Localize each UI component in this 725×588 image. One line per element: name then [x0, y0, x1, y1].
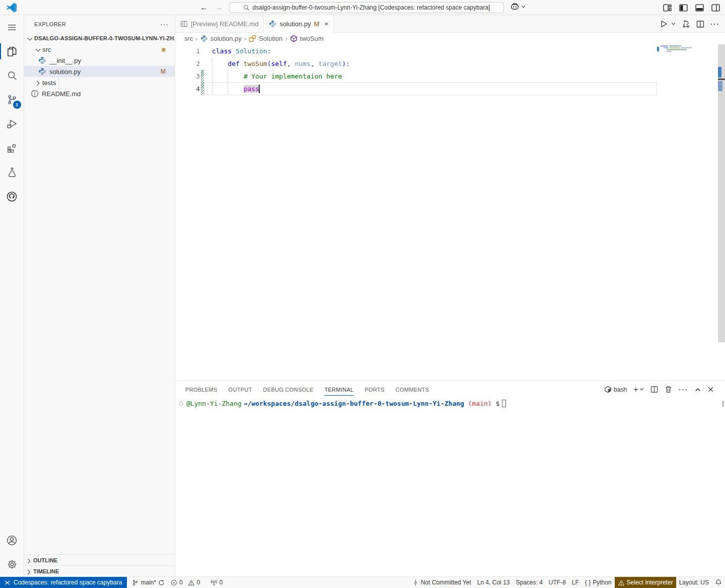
tab-bar: [Preview] README.md solution.py M × ··· [175, 15, 725, 33]
explorer-view-icon[interactable] [0, 39, 24, 63]
outline-label: OUTLINE [33, 557, 57, 563]
run-dropdown-chevron-icon[interactable] [671, 22, 676, 26]
file-label: solution.py [49, 68, 81, 76]
kill-terminal-icon[interactable] [665, 386, 672, 393]
eol-item[interactable]: LF [569, 577, 582, 588]
select-interpreter-item[interactable]: Select Interpreter [615, 577, 676, 588]
source-control-view-icon[interactable]: 1 [0, 88, 24, 112]
run-or-debug-icon[interactable] [682, 20, 690, 28]
indentation-item[interactable]: Spaces: 4 [513, 577, 545, 588]
run-debug-view-icon[interactable] [0, 112, 24, 136]
close-tab-icon[interactable]: × [324, 20, 328, 28]
panel-tab-output[interactable]: OUTPUT [229, 381, 252, 398]
shell-label: bash [614, 386, 627, 393]
panel-more-actions-icon[interactable]: ··· [679, 386, 688, 393]
scm-changes-badge: 1 [13, 101, 21, 109]
panel-tab-comments[interactable]: COMMENTS [396, 381, 429, 398]
cursor-position-item[interactable]: Ln 4, Col 13 [474, 577, 513, 588]
line-number: 3 [175, 72, 200, 80]
terminal-command-decoration[interactable] [179, 402, 183, 406]
breadcrumb-class[interactable]: Solution [259, 35, 282, 42]
language-mode-item[interactable]: { } Python [582, 577, 615, 588]
outline-section-header[interactable]: OUTLINE [24, 554, 175, 565]
line-number: 2 [175, 60, 200, 67]
layout-item[interactable]: Layout: US [676, 577, 712, 588]
panel-tab-debug-console[interactable]: DEBUG CONSOLE [263, 381, 314, 398]
split-editor-icon[interactable] [696, 20, 704, 28]
terminal-shell-selector[interactable]: bash [604, 386, 627, 393]
remote-icon [4, 579, 11, 586]
run-python-file-button[interactable] [660, 20, 668, 28]
split-terminal-icon[interactable] [650, 386, 658, 393]
command-center-search[interactable]: dsalgo-assign-buffer-0-twosum-Lynn-Yi-Zh… [229, 2, 504, 13]
toggle-panel-button[interactable] [694, 2, 705, 13]
copilot-menu-button[interactable] [510, 2, 526, 12]
chevron-down-icon [521, 5, 526, 9]
tree-root-folder[interactable]: DSALGO-ASSIGN-BUFFER-0-TWOSUM-LYNN-YI-ZH… [24, 33, 175, 44]
customize-layout-button[interactable] [662, 2, 673, 13]
code-line: 1class Solution: [175, 45, 718, 57]
breadcrumb-src[interactable]: src [184, 35, 193, 42]
tree-folder-src[interactable]: src [24, 44, 175, 55]
panel-tab-terminal[interactable]: TERMINAL [324, 381, 353, 398]
bottom-panel: PROBLEMS OUTPUT DEBUG CONSOLE TERMINAL P… [175, 380, 725, 576]
tree-file-solution[interactable]: solution.py M [24, 66, 175, 77]
git-branch-item[interactable]: main* [129, 577, 168, 588]
terminal-cursor [502, 400, 506, 407]
code-token: nums [295, 60, 310, 67]
terminal-git-branch: (main) [468, 400, 492, 407]
minimap-modified-mark [657, 47, 659, 51]
terminal-scrollbar[interactable] [722, 401, 724, 407]
more-actions-icon[interactable]: ··· [710, 20, 720, 28]
code-line: 2 def twoSum(self, nums, target): [175, 57, 718, 70]
breadcrumb-file[interactable]: solution.py [210, 35, 242, 42]
bash-icon [604, 386, 612, 393]
gutter-added-indicator [200, 70, 212, 83]
code-token: : [267, 47, 271, 55]
problems-item[interactable]: 0 0 [168, 577, 203, 588]
encoding-item[interactable]: UTF-8 [546, 577, 569, 588]
breadcrumb-method[interactable]: twoSum [300, 35, 324, 42]
tab-solution-py[interactable]: solution.py M × [264, 15, 334, 33]
close-panel-icon[interactable] [707, 386, 714, 393]
notifications-bell-icon[interactable] [712, 577, 725, 588]
toggle-primary-sidebar-button[interactable] [678, 2, 689, 13]
tab-label: solution.py [279, 20, 311, 28]
ports-item[interactable]: 0 [207, 577, 226, 588]
minimap[interactable] [657, 44, 718, 105]
maximize-panel-icon[interactable] [695, 387, 701, 393]
tree-file-readme[interactable]: README.md [24, 88, 175, 99]
info-file-icon [31, 90, 39, 98]
extensions-view-icon[interactable] [0, 136, 24, 160]
tree-file-init[interactable]: __init__.py [24, 55, 175, 66]
timeline-label: TIMELINE [33, 568, 59, 574]
views-more-actions-button[interactable]: ··· [160, 20, 169, 28]
overview-ruler-modified-mark [718, 67, 721, 78]
new-terminal-button[interactable]: + [633, 385, 644, 395]
markdown-preview-icon [180, 20, 188, 28]
navigate-forward-button[interactable]: → [213, 2, 225, 13]
code-token: pass [244, 85, 259, 93]
terminal[interactable]: @Lynn-Yi-Zhang→/workspaces/dsalgo-assign… [175, 400, 725, 407]
timeline-section-header[interactable]: TIMELINE [24, 565, 175, 576]
python-file-icon [38, 56, 46, 64]
folder-label: src [42, 46, 51, 53]
menu-button[interactable] [0, 15, 24, 39]
code-token: def [228, 60, 239, 67]
tab-readme-preview[interactable]: [Preview] README.md [175, 15, 264, 33]
testing-view-icon[interactable] [0, 160, 24, 184]
settings-gear-icon[interactable] [0, 552, 24, 576]
accounts-icon[interactable] [0, 528, 24, 552]
panel-tab-ports[interactable]: PORTS [365, 381, 384, 398]
code-editor[interactable]: 1class Solution: 2 def twoSum(self, nums… [175, 44, 725, 380]
sync-icon [158, 579, 165, 586]
search-view-icon[interactable] [0, 63, 24, 88]
github-view-icon[interactable] [0, 184, 24, 208]
toggle-secondary-sidebar-button[interactable] [710, 2, 721, 13]
tree-folder-tests[interactable]: tests [24, 77, 175, 88]
navigate-back-button[interactable]: ← [198, 2, 209, 13]
remote-indicator[interactable]: Codespaces: refactored space capybara [0, 577, 127, 588]
panel-tab-problems[interactable]: PROBLEMS [185, 381, 218, 398]
commit-status-item[interactable]: Not Committed Yet [409, 577, 474, 588]
code-comment: # Your implementaion here [244, 72, 342, 80]
